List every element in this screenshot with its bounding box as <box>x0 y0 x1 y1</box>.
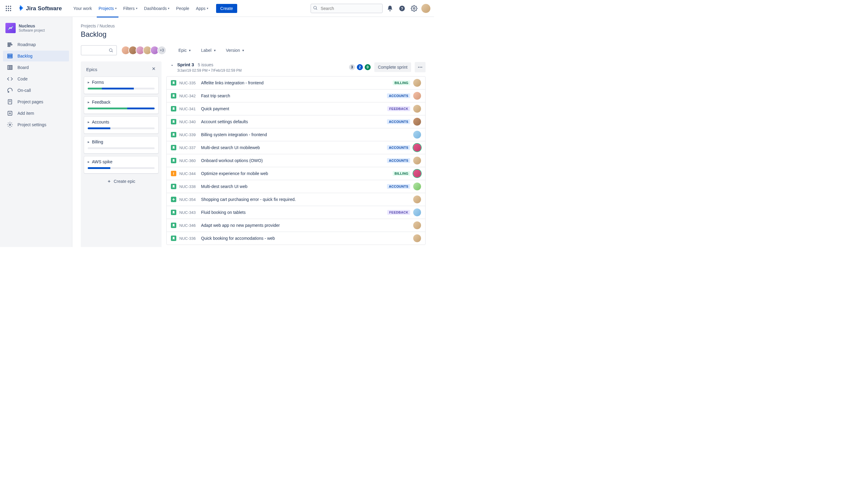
avatar-overflow[interactable]: +3 <box>157 46 166 55</box>
todo-count-pill[interactable]: 3 <box>349 64 355 70</box>
epic-card[interactable]: ▸AWS spike <box>84 156 159 173</box>
issue-row[interactable]: NUC-344Optimize experience for mobile we… <box>167 167 425 180</box>
epic-card[interactable]: ▸Billing <box>84 136 159 154</box>
assignee-avatar[interactable] <box>413 208 421 216</box>
sprint-column: Sprint 3 5 issues 3/Jan/19 02:59 PM • 7/… <box>166 61 426 247</box>
sprint-header: Sprint 3 5 issues 3/Jan/19 02:59 PM • 7/… <box>166 61 426 76</box>
nav-item-people[interactable]: People <box>173 4 192 13</box>
chevron-down-icon[interactable] <box>170 63 174 69</box>
issue-type-icon <box>171 171 176 176</box>
project-header[interactable]: Nucleus Software project <box>3 23 69 39</box>
breadcrumb[interactable]: Projects / Nucleus <box>81 23 426 28</box>
assignee-avatar[interactable] <box>413 183 421 190</box>
profile-avatar[interactable] <box>421 4 430 13</box>
sidebar-item-code[interactable]: Code <box>3 74 69 84</box>
filter-search[interactable] <box>81 45 117 55</box>
chevron-down-icon: ▾ <box>168 7 169 10</box>
issue-row[interactable]: NUC-337Multi-dest search UI mobilewebACC… <box>167 141 425 154</box>
sidebar-item-project-settings[interactable]: Project settings <box>3 119 69 130</box>
issue-row[interactable]: NUC-335Affelite links integration - fron… <box>167 77 425 90</box>
issue-key: NUC-342 <box>179 94 198 98</box>
complete-sprint-button[interactable]: Complete sprint <box>374 62 411 72</box>
filter-label[interactable]: Label▾ <box>199 46 218 55</box>
assignee-avatar[interactable] <box>413 79 421 87</box>
page-title: Backlog <box>81 30 426 39</box>
search-input[interactable] <box>310 4 383 13</box>
settings-icon[interactable] <box>409 4 419 13</box>
assignee-avatar[interactable] <box>413 170 421 177</box>
issue-type-icon <box>171 93 176 98</box>
sprint-name: Sprint 3 <box>177 62 194 67</box>
issue-row[interactable]: NUC-346Adapt web app no new payments pro… <box>167 219 425 232</box>
close-icon[interactable] <box>151 66 156 72</box>
sidebar-item-project-pages[interactable]: Project pages <box>3 96 69 107</box>
svg-rect-22 <box>8 65 9 69</box>
product-logo[interactable]: Jira Software <box>15 5 64 12</box>
nav-item-apps[interactable]: Apps▾ <box>193 4 211 13</box>
create-issue-button[interactable]: Create issue <box>166 245 426 247</box>
issue-row[interactable]: NUC-338Multi-dest search UI webACCOUNTS <box>167 180 425 193</box>
assignee-avatar[interactable] <box>413 118 421 126</box>
svg-rect-20 <box>8 55 12 56</box>
global-search[interactable] <box>310 4 383 13</box>
epic-card[interactable]: ▸Accounts <box>84 116 159 134</box>
svg-point-33 <box>109 49 112 52</box>
sidebar-item-backlog[interactable]: Backlog <box>3 51 69 61</box>
assignee-avatar[interactable] <box>413 105 421 113</box>
assignee-avatar[interactable] <box>413 144 421 152</box>
product-name: Jira Software <box>26 5 62 12</box>
notifications-icon[interactable] <box>385 4 395 13</box>
app-switcher-icon[interactable] <box>4 4 13 13</box>
issue-key: NUC-344 <box>179 171 198 176</box>
nav-item-projects[interactable]: Projects▾ <box>95 4 119 13</box>
issue-row[interactable]: NUC-340Account settings defaultsACCOUNTS <box>167 115 425 128</box>
issue-row[interactable]: NUC-342Fast trip searchACCOUNTS <box>167 90 425 102</box>
chevron-down-icon: ▾ <box>207 7 208 10</box>
chevron-down-icon: ▾ <box>189 49 191 52</box>
epic-name: Forms <box>92 80 104 84</box>
create-button[interactable]: Create <box>216 4 237 13</box>
svg-point-3 <box>6 8 7 9</box>
assignee-avatar[interactable] <box>413 222 421 229</box>
filter-epic[interactable]: Epic▾ <box>176 46 193 55</box>
sidebar-item-board[interactable]: Board <box>3 62 69 73</box>
svg-point-40 <box>420 67 421 68</box>
help-icon[interactable]: ? <box>397 4 407 13</box>
issue-epic-label: ACCOUNTS <box>387 93 410 98</box>
nav-item-your-work[interactable]: Your work <box>70 4 95 13</box>
svg-rect-17 <box>8 44 12 45</box>
filter-version[interactable]: Version▾ <box>224 46 247 55</box>
assignee-filter-avatars[interactable]: +3 <box>121 46 166 55</box>
assignee-avatar[interactable] <box>413 157 421 165</box>
svg-line-10 <box>316 9 317 10</box>
sidebar-item-on-call[interactable]: On-call <box>3 85 69 96</box>
nav-item-dashboards[interactable]: Dashboards▾ <box>141 4 173 13</box>
issue-epic-label: BILLING <box>393 171 410 176</box>
issue-row[interactable]: NUC-336Quick booking for accomodations -… <box>167 232 425 245</box>
issue-key: NUC-337 <box>179 146 198 150</box>
done-count-pill[interactable]: 0 <box>365 64 371 70</box>
issue-summary: Billing system integration - frontend <box>201 132 410 137</box>
create-epic-button[interactable]: Create epic <box>84 176 159 187</box>
sidebar-item-label: Roadmap <box>17 42 36 47</box>
issue-key: NUC-341 <box>179 107 198 111</box>
assignee-avatar[interactable] <box>413 131 421 138</box>
issue-row[interactable]: NUC-354Shopping cart purchasing error - … <box>167 193 425 206</box>
issue-row[interactable]: NUC-360Onboard workout options (OWO)ACCO… <box>167 154 425 167</box>
issue-row[interactable]: NUC-339Billing system integration - fron… <box>167 128 425 141</box>
search-icon <box>109 48 113 53</box>
nav-item-filters[interactable]: Filters▾ <box>120 4 141 13</box>
epic-card[interactable]: ▸Feedback <box>84 96 159 114</box>
epic-card[interactable]: ▸Forms <box>84 77 159 94</box>
assignee-avatar[interactable] <box>413 92 421 100</box>
epic-progress-bar <box>88 167 154 169</box>
sidebar-item-roadmap[interactable]: Roadmap <box>3 39 69 50</box>
sprint-more-button[interactable] <box>415 62 426 72</box>
sidebar-item-add-item[interactable]: Add item <box>3 108 69 119</box>
chevron-right-icon: ▸ <box>88 120 90 124</box>
issue-row[interactable]: NUC-343Fluid booking on tabletsFEEDBACK <box>167 206 425 219</box>
assignee-avatar[interactable] <box>413 234 421 242</box>
assignee-avatar[interactable] <box>413 195 421 203</box>
inprogress-count-pill[interactable]: 2 <box>357 64 363 70</box>
issue-row[interactable]: NUC-341Quick paymentFEEDBACK <box>167 102 425 115</box>
